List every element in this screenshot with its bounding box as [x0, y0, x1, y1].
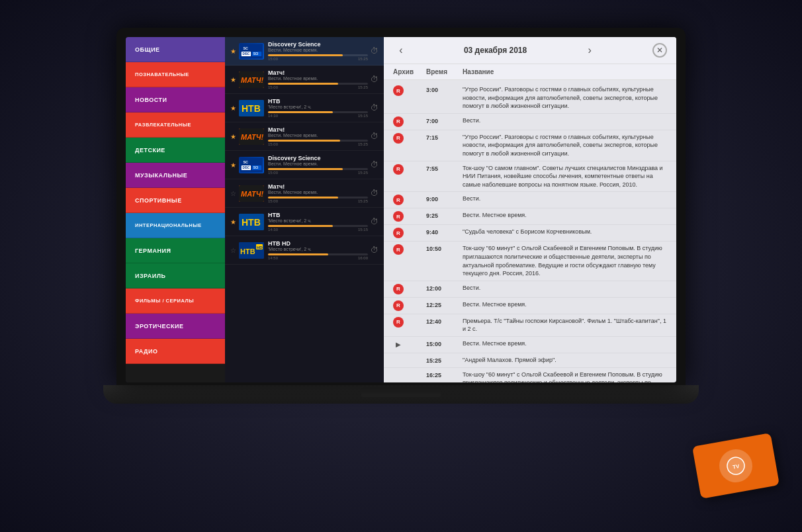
star-icon[interactable]: ★	[230, 218, 236, 226]
channel-name: Discovery Science	[268, 41, 368, 48]
channel-progress-bar	[268, 225, 368, 227]
row-title: "Судьба человека" с Борисом Корчевниковы…	[463, 228, 667, 236]
clock-icon: ⏱	[371, 160, 379, 169]
clock-icon: ⏱	[371, 245, 379, 255]
star-icon[interactable]: ★	[230, 133, 236, 140]
guide-prev-button[interactable]: ‹	[393, 42, 409, 58]
channel-desc: Вести. Местное время.	[268, 76, 368, 81]
guide-close-button[interactable]: ✕	[652, 43, 667, 58]
row-title: Вести.	[463, 116, 667, 125]
guide-row[interactable]: R3:00"Утро России". Разговоры с гостями …	[384, 83, 676, 114]
star-icon[interactable]: ★	[230, 105, 236, 112]
guide-row[interactable]: R7:00Вести.	[384, 114, 676, 130]
row-time: 7:00	[426, 116, 463, 124]
channel-time-info: 15:0015:25	[268, 171, 368, 175]
channel-info: Матч!Вести. Местное время.15:0015:25	[268, 69, 368, 89]
col-archive-header: Архив	[393, 68, 426, 75]
row-title: "Утро России". Разговоры с гостями о гла…	[463, 133, 667, 158]
row-archive: R	[393, 133, 426, 144]
channel-desc: Вести. Местное время.	[268, 190, 368, 195]
row-time: 16:25	[426, 371, 463, 378]
row-title: Вести.	[463, 195, 667, 203]
guide-row[interactable]: R7:15"Утро России". Разговоры с гостями …	[384, 130, 676, 161]
channel-item-ch7[interactable]: ★ НТВ НТВ'Место встречи', 2 ч.14:3015:15…	[225, 208, 384, 236]
sidebar-item-poznavatelnye[interactable]: ПОЗНАВАТЕЛЬНЫЕ	[126, 62, 225, 87]
channel-info: НТВ HD'Место встречи', 2 ч.14:5016:00	[268, 240, 368, 260]
row-archive: R	[393, 244, 426, 255]
sidebar-item-sportivnye[interactable]: СПОРТИВНЫЕ	[126, 188, 225, 213]
row-title: Ток-шоу "60 минут" с Ольгой Скабеевой и …	[463, 371, 667, 383]
guide-row[interactable]: 16:25Ток-шоу "60 минут" с Ольгой Скабеев…	[384, 368, 676, 383]
row-archive: R	[393, 300, 426, 311]
row-title: Вести. Местное время.	[463, 300, 667, 309]
star-icon[interactable]: ★	[230, 161, 236, 169]
channel-item-ch6[interactable]: ☆ МАТЧ! Матч!Вести. Местное время.15:001…	[225, 179, 384, 208]
guide-row[interactable]: R12:25Вести. Местное время.	[384, 298, 676, 314]
channel-progress-bar	[268, 197, 368, 199]
channel-info: Матч!Вести. Местное время.15:0015:25	[268, 183, 368, 203]
channel-time-info: 15:0015:25	[268, 57, 368, 61]
channel-progress-bar	[268, 111, 368, 113]
guide-row[interactable]: R9:00Вести.	[384, 192, 676, 208]
guide-row[interactable]: ▶15:00Вести. Местное время.	[384, 337, 676, 353]
row-archive: R	[393, 195, 426, 205]
guide-row[interactable]: R7:55Ток-шоу "О самом главном". Советы л…	[384, 161, 676, 193]
channel-name: Матч!	[268, 126, 368, 133]
channel-name: НТВ	[268, 212, 368, 218]
sidebar-item-izrail[interactable]: ИЗРАИЛЬ	[126, 263, 225, 288]
star-icon[interactable]: ★	[230, 76, 236, 83]
sidebar-item-obshie[interactable]: ОБЩИЕ	[126, 37, 225, 62]
channel-item-ch3[interactable]: ★ НТВ НТВ'Место встречи', 2 ч.14:3015:15…	[225, 94, 384, 122]
svg-text:DISC: DISC	[243, 52, 250, 56]
channel-progress-bar	[268, 168, 368, 170]
row-title: Вести.	[463, 284, 667, 292]
sidebar-item-filmy[interactable]: ФИЛЬМЫ / СЕРИАЛЫ	[126, 288, 225, 314]
sidebar-item-detskie[interactable]: ДЕТСКИЕ	[126, 138, 225, 163]
row-title: "Андрей Малахов. Прямой эфир".	[463, 356, 667, 365]
row-archive: R	[393, 317, 426, 328]
guide-row[interactable]: R12:40Премьера. Т/с "Тайны госпожи Кирса…	[384, 314, 676, 337]
star-icon[interactable]: ☆	[230, 190, 236, 197]
sidebar-item-internatsionalnye[interactable]: ИНТЕРНАЦИОНАЛЬНЫЕ	[126, 213, 225, 238]
scene: ОБЩИЕПОЗНАВАТЕЛЬНЫЕНОВОСТИРАЗВЛЕКАТЕЛЬНЫ…	[0, 0, 802, 532]
sidebar-item-muzykalnye[interactable]: МУЗЫКАЛЬНЫЕ	[126, 163, 225, 188]
channel-desc: Вести. Местное время.	[268, 133, 368, 138]
channel-progress-bar	[268, 83, 368, 85]
channel-info: НТВ'Место встречи', 2 ч.14:3015:15	[268, 212, 368, 232]
row-title: Ток-шоу "60 минут" с Ольгой Скабеевой и …	[463, 244, 667, 277]
guide-row[interactable]: R9:25Вести. Местное время.	[384, 208, 676, 225]
channel-desc: 'Место встречи', 2 ч.	[268, 218, 368, 223]
channel-desc: 'Место встречи', 2 ч.	[268, 105, 368, 109]
channel-logo: МАТЧ!	[239, 185, 264, 202]
row-title: "Утро России". Разговоры с гостями о гла…	[463, 85, 667, 111]
guide-row[interactable]: R12:00Вести.	[384, 281, 676, 298]
guide-row[interactable]: R9:40"Судьба человека" с Борисом Корчевн…	[384, 225, 676, 242]
sidebar-item-radio[interactable]: РАДИО	[126, 339, 225, 364]
svg-text:SCI: SCI	[253, 166, 258, 169]
row-time: 10:50	[426, 244, 463, 252]
channel-item-ch8[interactable]: ☆ НТВ HD НТВ HD'Место встречи', 2 ч.14:5…	[225, 236, 384, 265]
channel-progress-bar	[268, 54, 368, 56]
guide-row[interactable]: 15:25"Андрей Малахов. Прямой эфир".	[384, 353, 676, 368]
clock-icon: ⏱	[371, 75, 379, 84]
channel-item-ch4[interactable]: ★ МАТЧ! Матч!Вести. Местное время.15:001…	[225, 122, 384, 151]
row-time: 12:00	[426, 284, 463, 292]
star-icon[interactable]: ★	[230, 48, 236, 55]
guide-row[interactable]: R10:50Ток-шоу "60 минут" с Ольгой Скабее…	[384, 242, 676, 281]
channel-item-ch1[interactable]: ★ SC DISC SCI Discovery ScienceВести. Ме…	[225, 37, 384, 66]
guide-next-button[interactable]: ›	[582, 42, 598, 58]
channel-progress-bar	[268, 140, 368, 142]
guide-rows[interactable]: R3:00"Утро России". Разговоры с гостями …	[384, 80, 676, 382]
star-icon[interactable]: ☆	[230, 247, 236, 254]
sidebar-item-germaniya[interactable]: ГЕРМАНИЯ	[126, 238, 225, 263]
sidebar-item-eroticheskie[interactable]: ЭРОТИЧЕСКИЕ	[126, 314, 225, 339]
channel-item-ch5[interactable]: ★ SC DISC SCI Discovery ScienceВести. Ме…	[225, 151, 384, 179]
sidebar-item-razvlekatelnye[interactable]: РАЗВЛЕКАТЕЛЬНЫЕ	[126, 112, 225, 138]
channel-item-ch2[interactable]: ★ МАТЧ! Матч!Вести. Местное время.15:001…	[225, 66, 384, 94]
row-archive: ▶	[393, 339, 426, 350]
row-time: 15:00	[426, 339, 463, 347]
guide-columns-header: Архив Время Название	[384, 64, 676, 80]
svg-text:МАТЧ!: МАТЧ!	[241, 190, 264, 198]
sidebar-item-novosti[interactable]: НОВОСТИ	[126, 87, 225, 112]
clock-icon: ⏱	[371, 103, 379, 112]
